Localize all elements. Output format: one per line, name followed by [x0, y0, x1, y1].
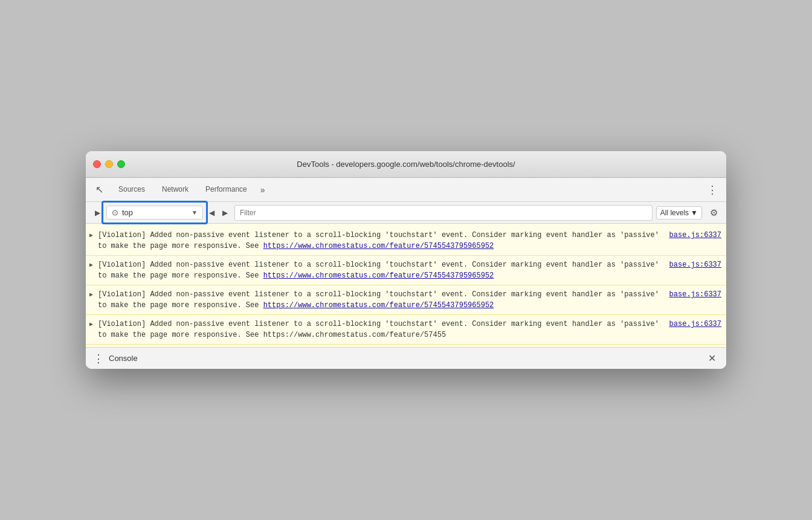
context-selector[interactable]: ⊙ top ▼: [106, 206, 203, 219]
nav-forward-icon[interactable]: ▶: [219, 207, 231, 219]
message-body: [Violation] Added non-passive event list…: [98, 230, 665, 252]
maximize-button[interactable]: [117, 160, 125, 168]
message-body: [Violation] Added non-passive event list…: [98, 289, 665, 311]
console-message: ▶ [Violation] Added non-passive event li…: [86, 256, 726, 285]
console-title: Console: [109, 354, 138, 363]
context-icon: ⊙: [112, 208, 118, 217]
levels-label: All levels: [660, 209, 689, 217]
traffic-lights: [93, 160, 125, 168]
context-arrow-icon: ▼: [192, 209, 198, 216]
console-menu-icon[interactable]: ⋮: [93, 352, 104, 365]
close-button[interactable]: [93, 160, 101, 168]
message-source-link[interactable]: base.js:6337: [669, 289, 721, 300]
console-output: ▶ [Violation] Added non-passive event li…: [86, 224, 726, 347]
window-title: DevTools - developers.google.com/web/too…: [297, 160, 515, 169]
message-source-link[interactable]: base.js:6337: [669, 230, 721, 241]
message-text: [Violation] Added non-passive event list…: [98, 319, 665, 340]
console-toolbar: ▶ ⊙ top ▼ ◀ ▶ All levels ▼: [86, 202, 726, 224]
gear-icon: ⚙: [710, 207, 718, 218]
cursor-tool-icon[interactable]: ↖: [91, 181, 108, 198]
console-message: ▶ [Violation] Added non-passive event li…: [86, 226, 726, 256]
context-selector-wrapper: ⊙ top ▼: [106, 206, 203, 219]
tab-performance[interactable]: Performance: [197, 181, 256, 198]
levels-arrow-icon: ▼: [691, 209, 698, 217]
nav-arrows: ◀ ▶: [205, 207, 231, 219]
main-toolbar: ↖ Sources Network Performance » ⋮: [86, 178, 726, 202]
titlebar: DevTools - developers.google.com/web/too…: [86, 151, 726, 178]
expand-arrow-icon[interactable]: ▶: [89, 231, 93, 240]
nav-back-icon[interactable]: ◀: [205, 207, 218, 219]
console-message: ▶ [Violation] Added non-passive event li…: [86, 285, 726, 315]
message-text: [Violation] Added non-passive event list…: [98, 230, 665, 252]
message-body: [Violation] Added non-passive event list…: [98, 259, 665, 281]
toolbar-tabs: Sources Network Performance »: [110, 181, 404, 198]
cursor-icon: ↖: [95, 184, 103, 195]
message-text: [Violation] Added non-passive event list…: [98, 259, 665, 281]
execute-button[interactable]: ▶: [91, 206, 104, 219]
message-link[interactable]: https://www.chromestatus.com/feature/574…: [263, 271, 494, 280]
message-link[interactable]: https://www.chromestatus.com/feature/574…: [263, 301, 494, 310]
expand-arrow-icon[interactable]: ▶: [89, 290, 93, 299]
expand-arrow-icon[interactable]: ▶: [89, 261, 93, 270]
devtools-panel: ↖ Sources Network Performance » ⋮ ▶ ⊙: [86, 178, 726, 369]
tab-sources[interactable]: Sources: [110, 181, 153, 198]
close-console-button[interactable]: ✕: [704, 351, 719, 366]
log-levels-selector[interactable]: All levels ▼: [656, 206, 702, 219]
play-icon: ▶: [95, 209, 100, 217]
expand-arrow-icon[interactable]: ▶: [89, 320, 93, 329]
devtools-menu-button[interactable]: ⋮: [703, 181, 721, 199]
settings-button[interactable]: ⚙: [706, 205, 721, 221]
message-source-link[interactable]: base.js:6337: [669, 259, 721, 270]
console-bottom-bar: ⋮ Console ✕: [86, 347, 726, 369]
message-body: [Violation] Added non-passive event list…: [98, 319, 665, 340]
message-text: [Violation] Added non-passive event list…: [98, 289, 665, 311]
devtools-window: DevTools - developers.google.com/web/too…: [86, 151, 726, 369]
message-source-link[interactable]: base.js:6337: [669, 319, 721, 330]
console-toolbar-left: ▶ ⊙ top ▼ ◀ ▶: [91, 206, 231, 219]
message-link[interactable]: https://www.chromestatus.com/feature/574…: [263, 242, 494, 250]
context-value: top: [122, 208, 188, 217]
console-message: ▶ [Violation] Added non-passive event li…: [86, 315, 726, 345]
minimize-button[interactable]: [105, 160, 113, 168]
tab-network[interactable]: Network: [153, 181, 197, 198]
filter-input[interactable]: [234, 205, 652, 221]
more-tabs-button[interactable]: »: [256, 183, 270, 197]
